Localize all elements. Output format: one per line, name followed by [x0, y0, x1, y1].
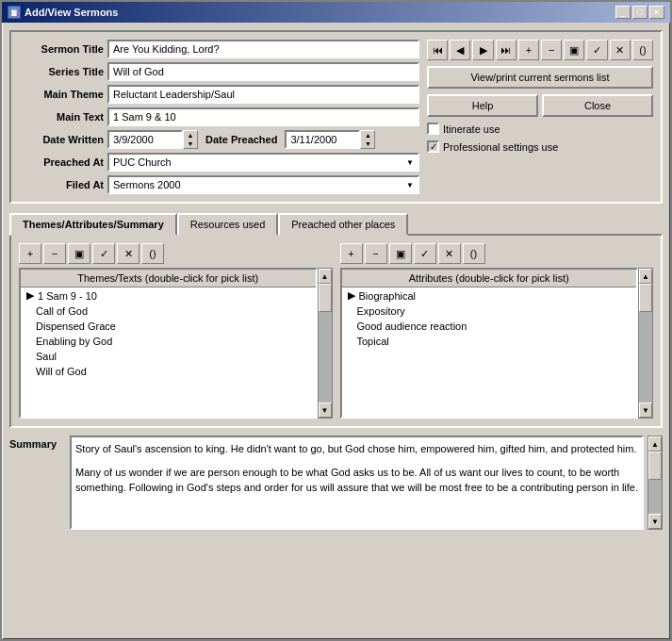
main-window: 📋 Add/View Sermons _ □ ✕ Sermon Title Se…: [0, 0, 672, 641]
close-dialog-button[interactable]: Close: [542, 94, 653, 117]
date-written-up[interactable]: ▲: [184, 131, 197, 140]
main-theme-label: Main Theme: [19, 89, 104, 100]
themes-cancel-button[interactable]: ✕: [117, 243, 139, 264]
list-item[interactable]: Call of God: [21, 304, 316, 319]
sermon-title-input[interactable]: [107, 40, 419, 58]
main-theme-input[interactable]: [107, 85, 419, 104]
summary-text-1: Story of Saul's ascension to king. He di…: [75, 441, 638, 457]
minimize-button[interactable]: _: [615, 6, 631, 19]
list-item[interactable]: Expository: [342, 304, 637, 319]
list-item[interactable]: Will of God: [21, 364, 316, 379]
themes-scroll-thumb[interactable]: [319, 284, 332, 312]
list-item[interactable]: Saul: [21, 349, 316, 364]
tab-themes[interactable]: Themes/Attributes/Summary: [9, 213, 177, 236]
themes-scroll-track: [319, 284, 332, 403]
attrs-cancel-button[interactable]: ✕: [438, 243, 461, 264]
tabs-section: Themes/Attributes/Summary Resources used…: [9, 211, 663, 428]
app-icon: 📋: [8, 6, 21, 19]
confirm-button[interactable]: ✓: [586, 40, 607, 60]
cancel-nav-button[interactable]: ✕: [610, 40, 631, 60]
themes-toolbar: + − ▣ ✓ ✕ (): [19, 243, 333, 264]
date-preached-down[interactable]: ▼: [361, 140, 374, 148]
professional-checkbox[interactable]: ✓: [427, 140, 439, 153]
themes-panel: + − ▣ ✓ ✕ () Themes/Texts (double-click …: [19, 243, 333, 419]
professional-row: ✓ Professional settings use: [427, 140, 653, 153]
title-bar: 📋 Add/View Sermons _ □ ✕: [2, 2, 670, 23]
attributes-list-container: Attributes (double-click for pick list) …: [340, 268, 654, 419]
list-item[interactable]: ▶ 1 Sam 9 - 10: [21, 288, 316, 304]
themes-scroll-down[interactable]: ▼: [319, 403, 332, 418]
list-item[interactable]: Good audience reaction: [342, 319, 637, 334]
filed-at-select[interactable]: Sermons 2000 ▼: [107, 175, 419, 194]
series-title-input[interactable]: [107, 62, 419, 81]
tab-preached-other[interactable]: Preached other places: [278, 213, 408, 236]
attrs-add-button[interactable]: +: [340, 243, 363, 264]
copy-record-button[interactable]: ▣: [564, 40, 584, 60]
main-text-input[interactable]: [107, 107, 419, 126]
remove-record-button[interactable]: −: [541, 40, 562, 60]
attrs-scroll-track: [639, 284, 652, 403]
date-preached-spinner[interactable]: ▲ ▼: [360, 130, 375, 149]
form-section: Sermon Title Series Title Main Theme Mai…: [9, 30, 663, 204]
itinerate-row: Itinerate use: [427, 123, 653, 135]
tab-inner: + − ▣ ✓ ✕ () Themes/Texts (double-click …: [19, 243, 653, 419]
main-content: Sermon Title Series Title Main Theme Mai…: [2, 23, 670, 639]
maximize-button[interactable]: □: [632, 6, 647, 19]
list-item[interactable]: Dispensed Grace: [21, 319, 316, 334]
list-item[interactable]: Enabling by God: [21, 334, 316, 349]
first-button[interactable]: ⏮: [427, 40, 448, 60]
attrs-scroll-up[interactable]: ▲: [639, 269, 652, 284]
themes-scroll-up[interactable]: ▲: [319, 269, 332, 284]
help-button[interactable]: Help: [427, 94, 538, 117]
themes-parens-button[interactable]: (): [141, 243, 164, 264]
summary-scrollbar[interactable]: ▲ ▼: [647, 436, 663, 530]
prev-button[interactable]: ◀: [450, 40, 470, 60]
date-written-spinner[interactable]: ▲ ▼: [183, 130, 198, 149]
itinerate-checkbox[interactable]: [427, 123, 439, 135]
themes-copy-button[interactable]: ▣: [68, 243, 90, 264]
title-buttons: _ □ ✕: [615, 6, 664, 19]
summary-section: Summary Story of Saul's ascension to kin…: [9, 436, 663, 530]
add-record-button[interactable]: +: [518, 40, 539, 60]
filed-at-arrow: ▼: [406, 181, 414, 189]
summary-scroll-thumb[interactable]: [648, 452, 662, 480]
preached-at-value: PUC Church: [113, 156, 172, 168]
date-preached-up[interactable]: ▲: [361, 131, 374, 140]
last-button[interactable]: ⏭: [496, 40, 516, 60]
attrs-parens-button[interactable]: (): [463, 243, 485, 264]
summary-label: Summary: [9, 436, 66, 530]
view-print-button[interactable]: View/print current sermons list: [427, 66, 653, 89]
summary-scroll-up[interactable]: ▲: [648, 436, 662, 452]
summary-scroll-down[interactable]: ▼: [648, 514, 662, 529]
attributes-scrollbar[interactable]: ▲ ▼: [638, 268, 653, 419]
parens-button[interactable]: (): [632, 40, 653, 60]
main-text-label: Main Text: [19, 111, 104, 123]
summary-scroll-track: [648, 452, 662, 514]
summary-text-box: Story of Saul's ascension to king. He di…: [70, 436, 644, 530]
themes-scrollbar[interactable]: ▲ ▼: [318, 268, 333, 419]
tab-content: + − ▣ ✓ ✕ () Themes/Texts (double-click …: [9, 234, 663, 428]
themes-item-2: Dispensed Grace: [36, 320, 116, 332]
bullet-icon: ▶: [26, 289, 34, 302]
list-item[interactable]: Topical: [342, 334, 637, 349]
themes-remove-button[interactable]: −: [43, 243, 66, 264]
attrs-confirm-button[interactable]: ✓: [414, 243, 436, 264]
play-button[interactable]: ▶: [472, 40, 493, 60]
themes-add-button[interactable]: +: [19, 243, 41, 264]
date-written-down[interactable]: ▼: [184, 140, 197, 148]
date-written-input[interactable]: [107, 130, 183, 149]
list-item[interactable]: ▶ Biographical: [342, 288, 637, 304]
attributes-list-box: Attributes (double-click for pick list) …: [340, 268, 639, 419]
attrs-scroll-thumb[interactable]: [639, 284, 652, 312]
date-preached-input[interactable]: [285, 130, 360, 149]
themes-confirm-button[interactable]: ✓: [92, 243, 115, 264]
themes-item-0: 1 Sam 9 - 10: [38, 290, 97, 302]
tab-resources[interactable]: Resources used: [177, 213, 279, 236]
themes-item-4: Saul: [36, 351, 57, 362]
close-button[interactable]: ✕: [649, 6, 664, 19]
preached-at-select[interactable]: PUC Church ▼: [107, 153, 419, 172]
attrs-remove-button[interactable]: −: [365, 243, 387, 264]
attrs-copy-button[interactable]: ▣: [389, 243, 412, 264]
attrs-scroll-down[interactable]: ▼: [639, 403, 652, 418]
themes-item-5: Will of God: [36, 366, 87, 377]
